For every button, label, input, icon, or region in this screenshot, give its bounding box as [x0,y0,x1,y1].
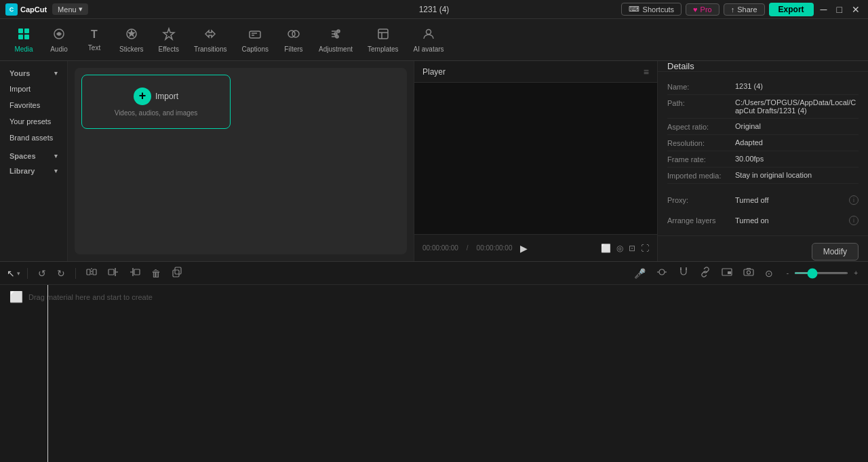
details-footer: Modify [658,235,868,261]
detail-row-aspect: Aspect ratio: Original [667,119,859,135]
toolbar-media[interactable]: Media [7,23,41,57]
player-aspect-icon[interactable]: ⬜ [601,244,611,253]
modify-button[interactable]: Modify [812,243,859,261]
svg-rect-14 [378,29,388,39]
audio-timeline-btn[interactable]: 🎤 [631,267,649,280]
detail-row-framerate: Frame rate: 30.00fps [667,151,859,168]
detail-row-proxy: Proxy: Turned off i [667,192,859,208]
timeline-divider-2 [75,268,76,279]
pro-button[interactable]: ♥ Pro [686,3,719,16]
keyframe-btn[interactable] [653,265,671,281]
undo-button[interactable]: ↺ [35,267,50,280]
sidebar-item-brand-assets[interactable]: Brand assets [0,130,67,145]
details-title: Details [667,61,694,71]
audio-icon [52,27,66,43]
detail-row-name: Name: 1231 (4) [667,79,859,95]
middle-row: Yours ▾ Import Favorites Your presets Br… [0,61,868,261]
player-icons: ⬜ ◎ ⊡ ⛶ [601,244,649,253]
toolbar-filters[interactable]: Filters [277,23,311,57]
split-button[interactable] [83,265,100,281]
toolbar-effects[interactable]: Effects [152,23,186,57]
pip-btn[interactable] [718,265,736,281]
zoom-slider[interactable] [794,272,848,274]
detail-row-imported-media: Imported media: Stay in original locatio… [667,168,859,184]
proxy-info-icon[interactable]: i [849,195,859,205]
menu-button[interactable]: Menu ▾ [52,3,88,15]
arrange-info-icon[interactable]: i [849,216,859,225]
sidebar-section-spaces[interactable]: Spaces ▾ [3,149,64,163]
details-header: Details [658,61,868,72]
minimize-button[interactable]: ─ [818,4,830,15]
player-fit-icon[interactable]: ⊡ [629,244,635,253]
svg-rect-8 [250,31,260,38]
player-menu-icon[interactable]: ≡ [644,66,649,77]
redo-button[interactable]: ↻ [54,267,68,280]
timeline-divider-1 [27,268,28,279]
detail-name-value: 1231 (4) [735,82,859,90]
details-body: Name: 1231 (4) Path: C:/Users/TOPGUS/App… [658,72,868,235]
toolbar-stickers[interactable]: Stickers [113,23,151,57]
player-fullscreen-icon[interactable]: ⛶ [641,244,649,253]
player-title: Player [422,67,446,77]
trim-left-button[interactable] [104,265,122,281]
svg-point-15 [427,29,431,34]
chevron-library-icon: ▾ [54,168,58,174]
zoom-slider-area: - + [783,268,861,278]
detail-proxy-label: Proxy: [667,196,735,204]
zoom-in-btn[interactable]: + [850,268,861,278]
drag-zone: ⬜ Drag material here and start to create [9,290,153,303]
toolbar-ai-avatars[interactable]: AI avatars [407,23,451,57]
delete-button[interactable]: 🗑 [148,267,164,280]
svg-rect-0 [18,28,23,33]
detail-imported-label: Imported media: [667,171,735,180]
player-time-end: 00:00:00:00 [477,244,513,252]
svg-rect-16 [87,269,90,275]
speed-btn[interactable]: ⊙ [762,267,776,280]
shortcuts-button[interactable]: ⌨ Shortcuts [621,3,682,16]
detail-row-resolution: Resolution: Adapted [667,135,859,151]
share-button[interactable]: ↑ Share [724,3,765,16]
player-zoom-icon[interactable]: ◎ [616,244,623,253]
toolbar-templates[interactable]: Templates [361,23,406,57]
topbar: C CapCut Menu ▾ 1231 (4) ⌨ Shortcuts ♥ P… [0,0,868,19]
toolbar-captions[interactable]: Captions [235,23,275,57]
detail-resolution-value: Adapted [735,138,859,147]
detail-path-value: C:/Users/TOPGUS/AppData/Local/CapCut Dra… [735,98,859,115]
sidebar-item-your-presets[interactable]: Your presets [0,114,67,129]
chevron-icon: ▾ [54,70,58,77]
player-time-start: 00:00:00:00 [422,244,458,252]
toolbar-transitions[interactable]: Transitions [187,23,234,57]
toolbar-audio[interactable]: Audio [42,23,76,57]
magnet-btn[interactable] [675,265,692,281]
detail-framerate-label: Frame rate: [667,155,735,163]
chevron-spaces-icon: ▾ [54,153,58,159]
copy-button[interactable] [168,265,186,281]
media-icon [17,27,31,43]
play-button[interactable]: ▶ [520,243,528,254]
import-button[interactable]: + Import Videos, audios, and images [81,75,231,129]
detail-path-label: Path: [667,98,735,107]
sidebar-item-favorites[interactable]: Favorites [0,98,67,113]
cursor-selector[interactable]: ↖ ▾ [7,268,20,279]
import-area: + Import Videos, audios, and images [75,68,407,254]
maximize-button[interactable]: □ [834,4,845,15]
adjustment-icon [329,27,342,43]
svg-marker-7 [163,28,174,39]
sidebar-section-yours[interactable]: Yours ▾ [3,66,64,80]
close-button[interactable]: ✕ [849,4,863,15]
sidebar-section-library[interactable]: Library ▾ [3,164,64,178]
link-btn[interactable] [696,265,714,281]
camera-btn[interactable] [740,265,757,281]
toolbar-adjustment[interactable]: Adjustment [312,23,359,57]
details-panel: Details Name: 1231 (4) Path: C:/Users/TO… [658,61,868,261]
toolbar-text[interactable]: T Text [77,24,111,56]
zoom-out-btn[interactable]: - [783,268,792,278]
trim-right-button[interactable] [126,265,144,281]
svg-rect-1 [24,28,29,33]
stickers-icon [125,27,138,43]
detail-resolution-label: Resolution: [667,138,735,147]
sidebar-item-import[interactable]: Import [0,81,67,96]
share-icon: ↑ [731,5,735,14]
svg-rect-3 [24,35,29,39]
export-button[interactable]: Export [769,3,814,16]
